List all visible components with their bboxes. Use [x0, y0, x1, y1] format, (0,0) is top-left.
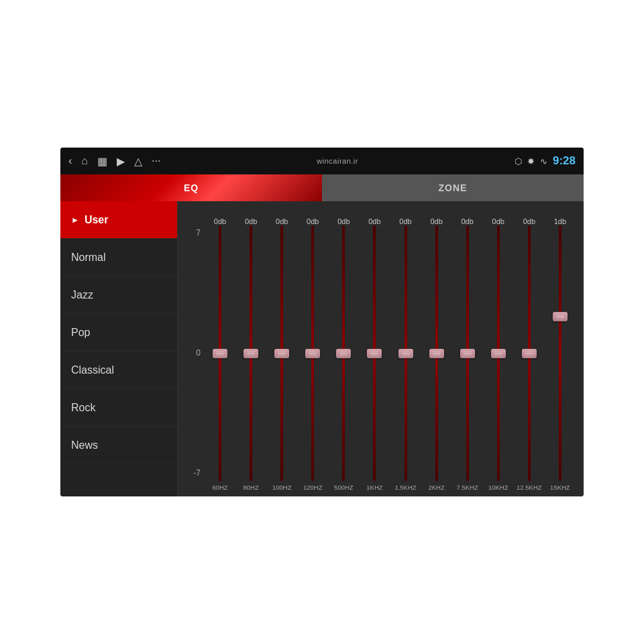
slider-track-wrapper-500HZ — [328, 225, 359, 481]
tab-zone[interactable]: ZONE — [322, 174, 584, 201]
db-label-2: 0db — [266, 217, 297, 225]
slider-track-1KHZ[interactable] — [373, 225, 376, 481]
freq-label-1.5KHZ: 1.5KHZ — [394, 484, 416, 491]
tab-eq[interactable]: EQ — [60, 174, 322, 201]
eq-body: 7 0 -7 60HZ80HZ100HZ120HZ500HZ1KHZ1.5KHZ… — [186, 225, 576, 491]
freq-label-15KHZ: 15KHZ — [550, 484, 570, 491]
freq-label-2KHZ: 2KHZ — [428, 484, 444, 491]
scale-7: 7 — [196, 228, 201, 237]
status-bar: ‹ ⌂ ▦ ▶ △ ··· wincairan.ir ⬡ ✸ ∿ 9:28 — [60, 148, 584, 174]
bag-icon[interactable]: △ — [134, 155, 142, 168]
slider-track-wrapper-100HZ — [266, 225, 297, 481]
back-icon[interactable]: ‹ — [68, 155, 72, 167]
slider-track-wrapper-1KHZ — [359, 225, 390, 481]
device-screen: ‹ ⌂ ▦ ▶ △ ··· wincairan.ir ⬡ ✸ ∿ 9:28 EQ… — [60, 148, 584, 496]
eq-slider-col-120HZ: 120HZ — [297, 225, 328, 491]
sidebar-item-normal[interactable]: Normal — [60, 239, 177, 276]
slider-track-wrapper-10KHZ — [483, 225, 514, 481]
db-label-10: 0db — [514, 217, 545, 225]
slider-thumb-120HZ[interactable] — [305, 349, 320, 358]
freq-label-80HZ: 80HZ — [244, 484, 259, 491]
db-label-11: 1db — [545, 217, 576, 225]
freq-label-500HZ: 500HZ — [334, 484, 354, 491]
slider-track-wrapper-15KHZ — [545, 225, 576, 481]
freq-label-7.5KHZ: 7.5KHZ — [457, 484, 478, 491]
tab-bar: EQ ZONE — [60, 174, 584, 201]
sidebar-item-pop[interactable]: Pop — [60, 314, 177, 352]
eq-slider-col-1.5KHZ: 1.5KHZ — [390, 225, 421, 491]
slider-thumb-12.5KHZ[interactable] — [522, 349, 537, 358]
sidebar-item-rock[interactable]: Rock — [60, 389, 177, 427]
slider-track-wrapper-7.5KHZ — [452, 225, 483, 481]
bluetooth-icon: ✸ — [527, 156, 535, 166]
eq-slider-col-10KHZ: 10KHZ — [483, 225, 514, 491]
sidebar-item-classical[interactable]: Classical — [60, 352, 177, 389]
camera-icon[interactable]: ▶ — [117, 155, 125, 168]
db-label-3: 0db — [297, 217, 328, 225]
slider-thumb-80HZ[interactable] — [244, 349, 258, 358]
slider-thumb-100HZ[interactable] — [274, 349, 289, 358]
slider-thumb-2KHZ[interactable] — [429, 349, 444, 358]
sidebar-item-jazz[interactable]: Jazz — [60, 276, 177, 314]
wifi-icon: ∿ — [540, 156, 547, 166]
nav-controls: ‹ ⌂ ▦ ▶ △ ··· — [68, 155, 160, 168]
cast-icon: ⬡ — [515, 156, 522, 166]
slider-thumb-1.5KHZ[interactable] — [398, 349, 413, 358]
slider-track-2KHZ[interactable] — [435, 225, 438, 481]
eq-slider-col-500HZ: 500HZ — [328, 225, 359, 491]
db-label-1: 0db — [235, 217, 266, 225]
slider-track-80HZ[interactable] — [250, 225, 252, 481]
slider-track-100HZ[interactable] — [280, 225, 283, 481]
slider-thumb-7.5KHZ[interactable] — [460, 349, 475, 358]
main-content: ► User Normal Jazz Pop Classical Rock Ne… — [60, 201, 584, 496]
slider-track-12.5KHZ[interactable] — [528, 225, 531, 481]
freq-label-12.5KHZ: 12.5KHZ — [517, 484, 542, 491]
eq-slider-col-15KHZ: 15KHZ — [545, 225, 576, 491]
freq-label-1KHZ: 1KHZ — [366, 484, 382, 491]
more-icon[interactable]: ··· — [152, 155, 160, 167]
time-display: 9:28 — [553, 154, 576, 168]
slider-thumb-10KHZ[interactable] — [491, 349, 506, 358]
home-icon[interactable]: ⌂ — [81, 155, 88, 167]
freq-label-120HZ: 120HZ — [303, 484, 323, 491]
slider-track-500HZ[interactable] — [342, 225, 345, 481]
db-label-8: 0db — [452, 217, 483, 225]
slider-track-15KHZ[interactable] — [559, 225, 561, 481]
slider-track-wrapper-80HZ — [235, 225, 266, 481]
slider-thumb-1KHZ[interactable] — [367, 349, 382, 358]
eq-slider-col-1KHZ: 1KHZ — [359, 225, 390, 491]
db-label-4: 0db — [328, 217, 359, 225]
eq-slider-col-12.5KHZ: 12.5KHZ — [514, 225, 545, 491]
db-label-6: 0db — [390, 217, 421, 225]
status-icons: ⬡ ✸ ∿ 9:28 — [515, 154, 576, 168]
slider-track-wrapper-1.5KHZ — [390, 225, 421, 481]
slider-thumb-500HZ[interactable] — [336, 349, 351, 358]
slider-track-10KHZ[interactable] — [497, 225, 500, 481]
slider-track-wrapper-120HZ — [297, 225, 328, 481]
slider-track-wrapper-60HZ — [205, 225, 235, 481]
eq-scale: 7 0 -7 — [186, 225, 205, 491]
slider-thumb-15KHZ[interactable] — [553, 312, 568, 321]
eq-slider-col-7.5KHZ: 7.5KHZ — [452, 225, 483, 491]
db-label-7: 0db — [421, 217, 452, 225]
slider-track-120HZ[interactable] — [311, 225, 314, 481]
db-labels-row: 0db 0db 0db 0db 0db 0db 0db 0db 0db 0db … — [186, 207, 576, 225]
slider-track-wrapper-12.5KHZ — [514, 225, 545, 481]
db-label-9: 0db — [483, 217, 514, 225]
slider-thumb-60HZ[interactable] — [213, 349, 227, 358]
eq-slider-col-2KHZ: 2KHZ — [421, 225, 452, 491]
eq-slider-col-100HZ: 100HZ — [266, 225, 297, 491]
slider-track-60HZ[interactable] — [219, 225, 221, 481]
sidebar-item-user[interactable]: ► User — [60, 201, 177, 239]
scale-neg7: -7 — [193, 468, 201, 478]
brand-watermark: wincairan.ir — [317, 157, 358, 165]
eq-sliders: 60HZ80HZ100HZ120HZ500HZ1KHZ1.5KHZ2KHZ7.5… — [205, 225, 576, 491]
play-icon: ► — [71, 215, 79, 225]
db-label-5: 0db — [359, 217, 390, 225]
slider-track-7.5KHZ[interactable] — [466, 225, 469, 481]
recent-icon[interactable]: ▦ — [97, 155, 107, 168]
freq-label-10KHZ: 10KHZ — [488, 484, 508, 491]
eq-slider-col-60HZ: 60HZ — [205, 225, 235, 491]
slider-track-1.5KHZ[interactable] — [405, 225, 407, 481]
sidebar-item-news[interactable]: News — [60, 427, 177, 464]
